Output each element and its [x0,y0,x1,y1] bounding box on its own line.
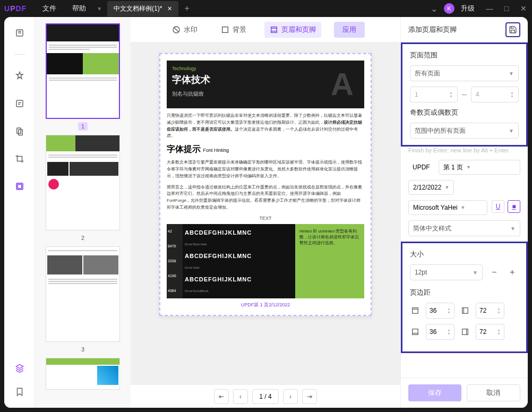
parity-label: 奇数页或偶数页 [410,108,519,117]
tool-crop-icon[interactable] [13,152,26,165]
range-dash: – [462,90,467,99]
document-tab[interactable]: 中文文档样例(1)* × [107,1,178,16]
tab-dropdown-icon[interactable]: ▼ [97,6,102,12]
tab-close-icon[interactable]: × [167,4,171,13]
save-button[interactable]: 保存 [408,384,461,401]
size-label: 大小 [410,250,519,259]
user-avatar[interactable]: K [444,3,454,14]
margin-bottom-icon [410,327,421,337]
toolbar-header-footer[interactable]: 页眉和页脚 [264,22,321,38]
toolbar-apply-button[interactable]: 应用 [334,22,365,38]
svg-rect-7 [222,27,228,32]
chevron-down-icon[interactable]: ⌄ [431,4,437,14]
page-from-input[interactable]: 1▲▼ [410,87,458,102]
style-select[interactable]: 简体中文样式▼ [408,220,520,236]
cancel-button[interactable]: 取消 [467,384,521,401]
tool-layers-icon[interactable] [13,362,26,375]
svg-rect-11 [413,329,418,335]
input-hint: Finish by Enter; new line by Alt + Enter… [401,147,528,160]
svg-rect-8 [271,27,277,32]
svg-rect-9 [413,308,418,314]
page-number-select[interactable]: 第 1 页▼ [439,160,520,175]
margins-label: 页边距 [410,288,519,297]
window-close-icon[interactable]: ✕ [519,4,528,13]
page-range-label: 页面范围 [410,50,519,60]
margin-left-icon [460,305,470,316]
page-footer-text: UPDF第 1 页2/12/2022 [167,302,364,308]
date-select[interactable]: 2/12/2022▼ [408,180,454,195]
document-page: Technology 字体技术 别名与抗锯齿 A 只需快速浏览一下即可意识到抗锯… [159,53,372,316]
page-range-select[interactable]: 所有页面▼ [410,65,519,81]
svg-rect-12 [462,329,468,335]
size-select[interactable]: 12pt▼ [410,264,483,280]
save-preset-icon[interactable] [505,22,520,37]
app-logo: UPDF [4,4,27,13]
svg-rect-1 [16,100,23,107]
color-button[interactable]: ■ [508,200,520,213]
svg-rect-10 [462,308,468,314]
page-number-input[interactable] [252,389,279,404]
panel-title: 添加页眉和页脚 [408,25,457,35]
thumbnail-panel: 1 2 3 [35,17,131,408]
hint-heading: 字体提示 Font Hinting [167,144,364,155]
body-paragraph-2: 大多数文本渲染引擎严重依赖提示来准确确定字形的哪些区域应该被平滑。字体提示或指示… [167,159,364,179]
window-maximize-icon[interactable]: □ [502,4,511,13]
body-paragraph-1: 只需快速浏览一下即可意识到抗锯齿非常对使文本清晰易读很重要。除了少数例外，抗锯齿… [167,113,364,140]
page-next-button[interactable]: › [283,389,298,404]
thumbnail-page-2[interactable] [46,135,120,230]
tool-bookmark-icon[interactable] [13,385,26,398]
underline-button[interactable]: U [492,200,504,213]
thumbnail-number-3: 3 [78,345,88,354]
toolbar-watermark[interactable]: 水印 [167,22,203,38]
size-increase-button[interactable]: + [506,266,519,279]
brand-text: UPDF [408,160,434,175]
tool-page-icon[interactable] [13,180,26,193]
decorative-a: A [331,66,354,102]
tab-title: 中文文档样例(1)* [114,4,162,13]
thumbnail-number-2: 2 [78,234,88,242]
tool-reader-icon[interactable] [13,27,26,39]
margin-right-input[interactable]: 72▲▼ [476,324,504,340]
tab-add-icon[interactable]: + [185,4,190,13]
parity-select[interactable]: 范围中的所有页面▼ [410,123,519,139]
page-first-button[interactable]: ⇤ [214,389,229,404]
page-to-input[interactable]: 4▲▼ [471,87,519,102]
menu-help[interactable]: 帮助 [72,4,86,13]
tool-organize-icon[interactable] [13,125,26,138]
font-select[interactable]: Microsoft YaHei▼ [408,200,487,215]
window-minimize-icon[interactable]: — [485,4,494,13]
margin-bottom-input[interactable]: 36▲▼ [426,324,454,340]
tool-comment-icon[interactable] [13,70,26,82]
thumbnail-number-1: 1 [78,122,88,131]
size-decrease-button[interactable]: − [488,266,501,279]
page-last-button[interactable]: ⇥ [302,389,317,404]
tool-edit-icon[interactable] [13,97,26,110]
upgrade-link[interactable]: 升级 [461,4,475,13]
body-paragraph-3: 简而言之，这些指令通过修改结构上的位置来工作重要的点，例如沿条状线或在基部发现的… [167,184,364,211]
thumbnail-page-3[interactable] [46,246,120,342]
margin-top-icon [410,305,421,316]
margin-top-input[interactable]: 36▲▼ [426,303,454,319]
thumbnail-page-4[interactable] [46,358,120,390]
margin-left-input[interactable]: 72▲▼ [476,303,504,319]
menu-file[interactable]: 文件 [42,4,56,13]
green-info-box: Hinted 和 unhinted 类型各有利弊，让设计师在易读性和字体完整性之… [295,224,364,298]
text-label: TEXT [167,216,364,221]
page-prev-button[interactable]: ‹ [233,389,248,404]
thumbnail-page-1[interactable] [46,23,120,119]
margin-right-icon [460,327,470,337]
svg-rect-5 [18,184,22,188]
toolbar-background[interactable]: 背景 [216,22,252,38]
